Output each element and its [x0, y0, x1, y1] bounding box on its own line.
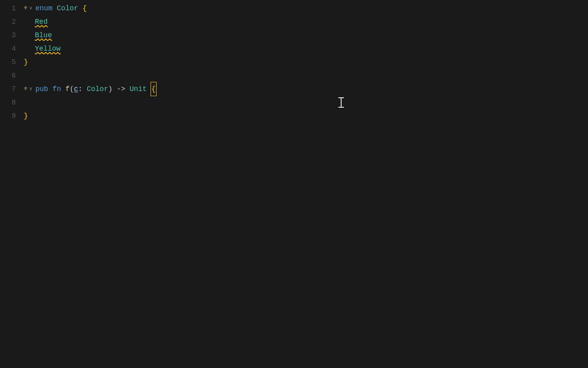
code-line-3: Blue	[24, 28, 588, 42]
code-line-5: }	[24, 55, 588, 69]
return-type-unit: Unit	[130, 82, 147, 96]
function-name: f	[65, 82, 70, 96]
open-brace-enum: {	[82, 2, 87, 15]
line-number-2: 2	[0, 15, 16, 28]
param-type-color: Color	[87, 82, 108, 96]
code-line-8[interactable]	[24, 96, 588, 109]
close-paren: )	[108, 82, 113, 96]
code-line-2: Red	[24, 15, 588, 28]
gutter-icon-1: ⚜	[24, 2, 27, 15]
variant-yellow: Yellow	[35, 42, 61, 55]
arrow-symbol: ->	[117, 82, 126, 96]
code-editor: 1 2 3 4 5 6 7 8 9 ⚜ ∨ enum Color { Red	[0, 0, 588, 368]
keyword-fn: fn	[52, 82, 61, 96]
line-number-1: 1	[0, 2, 16, 15]
line-number-5: 5	[0, 55, 16, 69]
keyword-enum: enum	[35, 2, 52, 15]
line-number-4: 4	[0, 42, 16, 55]
code-content[interactable]: ⚜ ∨ enum Color { Red Blue Yellow }	[24, 2, 588, 368]
line-number-3: 3	[0, 28, 16, 42]
line-number-9: 9	[0, 109, 16, 123]
line-number-7: 7	[0, 82, 16, 96]
variant-red: Red	[35, 15, 48, 28]
code-line-7: ⚜ ∨ pub fn f ( c : Color ) -> Unit {	[24, 82, 588, 96]
colon: :	[78, 82, 82, 96]
gutter-icon-2: ⚜	[24, 82, 27, 96]
line-number-8: 8	[0, 96, 16, 109]
open-paren: (	[70, 82, 74, 96]
text-cursor	[337, 96, 346, 109]
code-line-1: ⚜ ∨ enum Color {	[24, 2, 588, 15]
keyword-pub: pub	[35, 82, 48, 96]
code-line-6	[24, 69, 588, 82]
chevron-down-icon-2[interactable]: ∨	[29, 82, 32, 96]
open-brace-fn: {	[151, 82, 156, 96]
close-brace-fn: }	[24, 109, 28, 123]
param-c: c	[74, 82, 78, 96]
code-line-9: }	[24, 109, 588, 123]
variant-blue: Blue	[35, 28, 52, 42]
line-number-6: 6	[0, 69, 16, 82]
type-color: Color	[57, 2, 78, 15]
chevron-down-icon-1[interactable]: ∨	[29, 2, 32, 15]
code-line-4: Yellow	[24, 42, 588, 55]
close-brace-enum: }	[24, 55, 28, 69]
line-numbers: 1 2 3 4 5 6 7 8 9	[0, 2, 24, 368]
